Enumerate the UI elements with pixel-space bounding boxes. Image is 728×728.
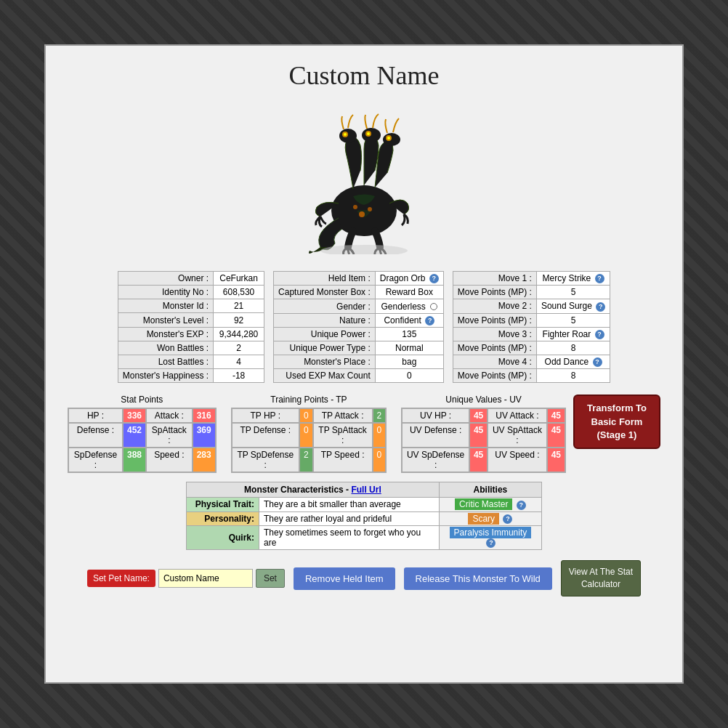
set-pet-name-label: Set Pet Name: <box>87 570 155 587</box>
monster-image-area <box>270 98 458 258</box>
table-row: Personality: They are rather loyal and p… <box>187 511 542 525</box>
table-row: Owner : CeFurkan <box>118 272 264 286</box>
table-row: Move 3 : Fighter Roar ? <box>453 327 610 341</box>
level-label: Monster's Level : <box>118 313 213 327</box>
uv-title: Unique Values - UV <box>445 395 522 405</box>
monster-id-value: 21 <box>214 299 264 313</box>
table-row: Move 2 : Sound Surge ? <box>453 299 610 313</box>
monster-image <box>284 102 444 254</box>
svg-point-4 <box>362 128 381 142</box>
help-icon[interactable]: ? <box>503 514 512 524</box>
svg-point-10 <box>359 211 365 217</box>
uv-spdefense-value: 45 <box>469 448 488 472</box>
personality-desc: They are rather loyal and prideful <box>259 511 440 525</box>
owner-table: Owner : CeFurkan Identity No : 608,530 M… <box>118 271 264 383</box>
full-url-link[interactable]: Full Url <box>351 485 381 495</box>
uv-block: Unique Values - UV UV HP : 45 UV Attack … <box>401 395 566 473</box>
table-row: Held Item : Dragon Orb ? <box>274 272 444 286</box>
help-icon[interactable]: ? <box>429 274 439 283</box>
uv-transform-group: Unique Values - UV UV HP : 45 UV Attack … <box>401 395 660 473</box>
table-row: Unique Power : 135 <box>274 327 444 341</box>
svg-point-6 <box>367 132 370 135</box>
uv-hp-label: UV HP : <box>402 408 469 423</box>
remove-held-item-button[interactable]: Remove Held Item <box>294 567 395 590</box>
uv-defense-value: 45 <box>469 423 488 448</box>
ability-cell: Critic Master ? <box>439 498 541 511</box>
attack-label: Attack : <box>146 408 193 423</box>
monster-place-label: Monster's Place : <box>274 355 376 369</box>
characteristics-section: Monster Characteristics - Full Url Abili… <box>68 482 660 550</box>
won-battles-value: 2 <box>214 341 264 355</box>
owner-value: CeFurkan <box>214 272 264 286</box>
uv-speed-label: UV Speed : <box>488 448 546 472</box>
stat-points-grid: HP : 336 Attack : 316 Defense : 452 SpAt… <box>68 408 217 473</box>
tables-row: Owner : CeFurkan Identity No : 608,530 M… <box>68 271 660 383</box>
training-points-block: Training Points - TP TP HP : 0 TP Attack… <box>231 395 387 473</box>
uv-speed-value: 45 <box>547 448 565 472</box>
svg-point-7 <box>383 133 400 146</box>
tp-speed-value: 0 <box>373 448 387 472</box>
ability-cell: Scary ? <box>439 511 541 525</box>
help-icon[interactable]: ? <box>595 330 604 339</box>
table-row: Unique Power Type : Normal <box>274 341 444 355</box>
used-exp-label: Used EXP Max Count <box>274 369 376 383</box>
nature-value: Confident ? <box>375 313 443 327</box>
move4-label: Move 4 : <box>453 355 536 368</box>
release-monster-button[interactable]: Release This Monster To Wild <box>404 567 552 590</box>
owner-label: Owner : <box>118 272 213 286</box>
hp-label: HP : <box>68 408 123 423</box>
uv-hp-value: 45 <box>469 408 488 423</box>
stat-calculator-button[interactable]: View At The StatCalculator <box>561 560 641 596</box>
spattack-label: SpAttack : <box>146 423 193 448</box>
defense-label: Defense : <box>68 423 123 448</box>
captured-box-value: Reward Box <box>375 286 443 299</box>
table-row: Monster Id : 21 <box>118 299 264 313</box>
move1-label: Move 1 : <box>453 272 536 286</box>
move2-mp-value: 5 <box>536 313 610 327</box>
stat-points-title: Stat Points <box>121 395 163 405</box>
table-row: Physical Trait: They are a bit smaller t… <box>187 498 542 511</box>
speed-value: 283 <box>193 448 216 472</box>
help-icon[interactable]: ? <box>593 357 602 367</box>
set-name-button[interactable]: Set <box>256 569 285 588</box>
uv-grid: UV HP : 45 UV Attack : 45 UV Defense : 4… <box>401 408 566 473</box>
unique-power-type-label: Unique Power Type : <box>274 341 376 355</box>
table-row: Quirk: They sometimes seem to forget who… <box>187 525 542 549</box>
table-row: Monster's Happiness : -18 <box>118 369 264 383</box>
move3-mp-label: Move Points (MP) : <box>453 341 536 355</box>
pet-name-input[interactable] <box>158 569 253 588</box>
gender-value: Genderless <box>375 299 443 313</box>
attack-value: 316 <box>193 408 216 423</box>
help-icon[interactable]: ? <box>596 302 605 312</box>
ability-cell: Paralysis Immunity ? <box>439 525 541 549</box>
table-row: Monster's EXP : 9,344,280 <box>118 327 264 341</box>
help-icon[interactable]: ? <box>517 501 526 510</box>
move3-value: Fighter Roar ? <box>536 327 610 341</box>
moves-table: Move 1 : Mercy Strike ? Move Points (MP)… <box>453 271 610 383</box>
main-panel: Custom Name <box>44 44 684 684</box>
help-icon[interactable]: ? <box>425 316 434 325</box>
held-item-value: Dragon Orb ? <box>375 272 443 286</box>
happiness-label: Monster's Happiness : <box>118 369 213 383</box>
spattack-value: 369 <box>193 423 216 448</box>
tp-speed-label: TP Speed : <box>313 448 373 472</box>
uv-spattack-label: UV SpAttack : <box>488 423 546 448</box>
item-table: Held Item : Dragon Orb ? Captured Monste… <box>273 271 444 383</box>
help-icon[interactable]: ? <box>595 274 604 283</box>
critic-master-ability: Critic Master <box>455 498 512 510</box>
training-points-title: Training Points - TP <box>270 395 347 405</box>
monster-title: Custom Name <box>289 60 440 91</box>
won-battles-label: Won Battles : <box>118 341 213 355</box>
svg-point-1 <box>339 129 357 143</box>
table-row: Identity No : 608,530 <box>118 286 264 299</box>
gender-radio <box>430 303 437 310</box>
tp-spattack-label: TP SpAttack : <box>313 423 373 448</box>
table-row: Nature : Confident ? <box>274 313 444 327</box>
help-icon[interactable]: ? <box>486 538 496 548</box>
stat-points-block: Stat Points HP : 336 Attack : 316 Defens… <box>68 395 217 473</box>
spdefense-label: SpDefense : <box>68 448 123 472</box>
table-row: Monster's Level : 92 <box>118 313 264 327</box>
tp-defense-label: TP Defense : <box>232 423 299 448</box>
physical-trait-desc: They are a bit smaller than average <box>259 498 440 511</box>
transform-button[interactable]: Transform To Basic Form (Stage 1) <box>573 395 660 449</box>
